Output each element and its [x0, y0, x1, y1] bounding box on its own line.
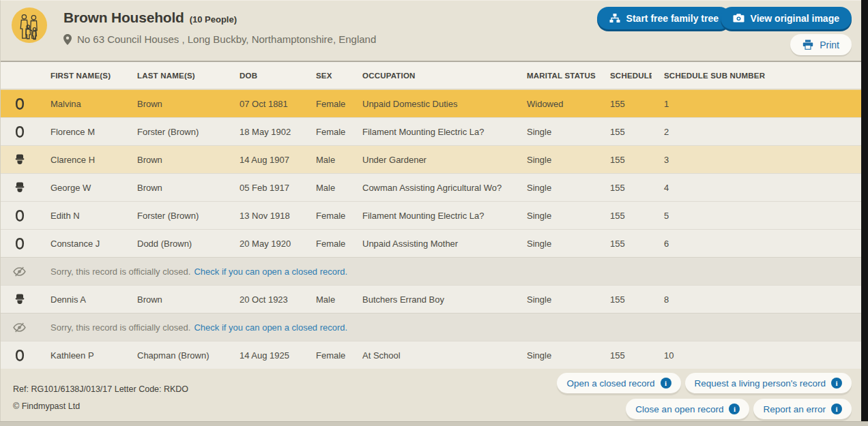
cell-dob: 14 Aug 1907	[227, 155, 304, 165]
table-row-closed-record: Sorry, this record is officially closed.…	[1, 257, 861, 285]
copyright-notice: © Findmypast Ltd	[13, 398, 188, 416]
table-row-person[interactable]: Edith N Forster (Brown) 13 Nov 1918 Fema…	[1, 201, 861, 229]
household-header: Brown Household (10 People) No 63 Counci…	[1, 1, 861, 62]
column-header-marital-status: MARITAL STATUS	[515, 72, 598, 80]
printer-icon	[802, 40, 813, 50]
cell-schedule: 155	[598, 183, 652, 193]
cell-last-names: Brown	[125, 183, 227, 193]
cell-sex: Female	[304, 211, 350, 221]
cell-last-names: Forster (Brown)	[125, 211, 227, 221]
closed-record-link[interactable]: Check if you can open a closed record.	[194, 322, 347, 333]
cell-marital-status: Single	[515, 155, 598, 165]
record-card: Brown Household (10 People) No 63 Counci…	[0, 0, 861, 421]
view-original-image-label: View original image	[751, 13, 839, 24]
cell-first-names: Edith N	[38, 211, 125, 221]
table-header-row: FIRST NAME(S) LAST NAME(S) DOB SEX OCCUP…	[1, 62, 861, 89]
cell-occupation: Butchers Errand Boy	[350, 294, 515, 305]
cell-occupation: At School	[350, 350, 515, 361]
eye-off-icon	[12, 267, 27, 277]
female-icon	[14, 209, 25, 222]
column-header-schedule-sub-number: SCHEDULE SUB NUMBER	[652, 72, 861, 80]
cell-sex: Male	[304, 294, 350, 305]
request-living-record-button[interactable]: Request a living person's record i	[685, 373, 852, 393]
female-icon	[14, 97, 25, 110]
cell-sex: Male	[304, 183, 350, 193]
family-icon	[16, 14, 43, 42]
cell-marital-status: Single	[515, 211, 598, 221]
start-family-tree-button[interactable]: Start free family tree	[597, 7, 731, 29]
column-header-schedule: SCHEDULE	[598, 72, 652, 80]
cell-first-names: Clarence H	[38, 155, 125, 165]
column-header-first-names: FIRST NAME(S)	[38, 72, 125, 80]
cell-marital-status: Widowed	[515, 99, 598, 109]
info-icon: i	[831, 378, 842, 389]
record-footer: Ref: RG101/6138J/013/17 Letter Code: RKD…	[1, 369, 861, 421]
female-icon	[14, 349, 25, 362]
table-row-person[interactable]: Malvina Brown 07 Oct 1881 Female Unpaid …	[1, 89, 861, 117]
print-label: Print	[820, 40, 839, 50]
cell-sex: Female	[304, 239, 350, 249]
table-row-person[interactable]: Kathleen P Chapman (Brown) 14 Aug 1925 F…	[1, 341, 861, 369]
household-address: No 63 Council Houses , Long Buckby, Nort…	[77, 33, 376, 45]
close-open-record-label: Close an open record	[635, 404, 723, 414]
cell-schedule: 155	[598, 211, 652, 221]
cell-marital-status: Single	[515, 183, 598, 193]
column-header-sex: SEX	[304, 72, 350, 80]
cell-schedule: 155	[598, 127, 652, 137]
cell-sex: Male	[304, 155, 350, 165]
cell-schedule-sub-number: 1	[652, 99, 861, 109]
report-error-button[interactable]: Report an error i	[753, 399, 852, 419]
cell-dob: 14 Aug 1925	[227, 350, 304, 361]
table-row-person[interactable]: Dennis A Brown 20 Oct 1923 Male Butchers…	[1, 285, 861, 313]
cell-dob: 13 Nov 1918	[227, 211, 304, 221]
cell-first-names: Dennis A	[38, 294, 125, 305]
cell-occupation: Unpaid Assisting Mother	[350, 239, 515, 249]
view-original-image-button[interactable]: View original image	[721, 7, 852, 29]
table-row-person[interactable]: Clarence H Brown 14 Aug 1907 Male Under …	[1, 145, 861, 173]
cell-marital-status: Single	[515, 127, 598, 137]
info-icon: i	[729, 404, 740, 414]
table-row-person[interactable]: Constance J Dodd (Brown) 20 May 1920 Fem…	[1, 229, 861, 257]
cell-first-names: Constance J	[38, 239, 125, 249]
cell-occupation: Under Gardener	[350, 155, 515, 165]
column-header-last-names: LAST NAME(S)	[125, 72, 227, 80]
cell-schedule-sub-number: 10	[652, 350, 861, 361]
column-header-dob: DOB	[227, 72, 304, 80]
cell-last-names: Chapman (Brown)	[125, 350, 227, 361]
report-error-label: Report an error	[763, 404, 826, 414]
cell-last-names: Brown	[125, 99, 227, 109]
closed-record-link[interactable]: Check if you can open a closed record.	[194, 267, 347, 277]
info-icon: i	[661, 378, 671, 389]
table-row-person[interactable]: George W Brown 05 Feb 1917 Male Cowman A…	[1, 173, 861, 201]
male-icon	[14, 181, 25, 194]
male-icon	[14, 153, 25, 166]
table-row-closed-record: Sorry, this record is officially closed.…	[1, 313, 861, 341]
family-tree-icon	[609, 14, 620, 23]
cell-schedule-sub-number: 2	[652, 127, 861, 137]
cell-schedule: 155	[598, 239, 652, 249]
cell-schedule-sub-number: 5	[652, 211, 861, 221]
close-open-record-button[interactable]: Close an open record i	[626, 399, 749, 419]
cell-schedule-sub-number: 8	[652, 294, 861, 305]
cell-marital-status: Single	[515, 294, 598, 305]
record-page: Brown Household (10 People) No 63 Counci…	[0, 0, 868, 426]
cell-schedule-sub-number: 4	[652, 183, 861, 193]
household-title-block: Brown Household (10 People) No 63 Counci…	[63, 10, 376, 45]
cell-schedule: 155	[598, 155, 652, 165]
cell-first-names: Florence M	[38, 127, 125, 137]
cell-occupation: Unpaid Domestic Duties	[350, 99, 515, 109]
people-count-badge: (10 People)	[190, 14, 237, 25]
cell-occupation: Filament Mounting Electric La?	[350, 211, 515, 221]
cell-first-names: Malvina	[38, 99, 125, 109]
closed-record-message: Sorry, this record is officially closed.	[50, 267, 190, 277]
scrollbar[interactable]	[861, 0, 868, 421]
print-button[interactable]: Print	[790, 34, 852, 55]
cell-dob: 05 Feb 1917	[227, 183, 304, 193]
cell-schedule: 155	[598, 99, 652, 109]
page-bottom-edge	[0, 421, 868, 426]
female-icon	[14, 237, 25, 250]
open-closed-record-button[interactable]: Open a closed record i	[557, 373, 680, 393]
table-row-person[interactable]: Florence M Forster (Brown) 18 May 1902 F…	[1, 117, 861, 145]
cell-sex: Female	[304, 350, 350, 361]
page-title: Brown Household	[63, 10, 184, 26]
